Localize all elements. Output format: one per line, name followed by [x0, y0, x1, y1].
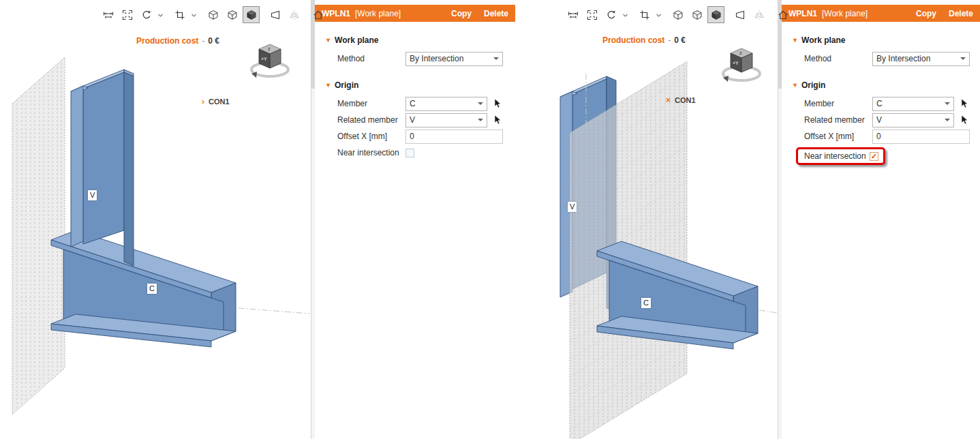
chevron-down-icon[interactable]	[157, 6, 164, 23]
measure-icon[interactable]	[564, 6, 581, 23]
member-label-v: V	[88, 190, 97, 200]
scrollbar[interactable]	[778, 0, 782, 439]
offset-x-label: Offset X [mm]	[337, 132, 405, 141]
chevron-down-icon[interactable]	[622, 6, 629, 23]
collapse-chevron-icon	[793, 80, 797, 90]
near-intersection-checkbox[interactable]	[870, 152, 878, 161]
navigation-cube[interactable]: z +Y	[718, 42, 766, 86]
beam-member	[51, 230, 236, 347]
tree-node-con1[interactable]: › CON1	[202, 97, 230, 106]
member-row: Member C	[804, 95, 980, 112]
production-cost: Production cost-0 €	[136, 36, 219, 46]
cube-top-axis-label: z	[268, 46, 271, 51]
method-label: Method	[337, 54, 405, 63]
member-label: Member	[804, 99, 872, 108]
scrollbar[interactable]	[311, 0, 315, 439]
method-select[interactable]: By Intersection	[872, 52, 970, 66]
member-label-c: C	[641, 298, 651, 308]
chevron-down-icon	[478, 102, 483, 105]
cube-wireframe-icon[interactable]	[204, 6, 221, 23]
pick-member-pointer-icon[interactable]	[493, 99, 502, 108]
copy-button[interactable]: Copy	[916, 9, 936, 18]
perspective-view-icon[interactable]	[731, 6, 748, 23]
cube-wireframe-icon[interactable]	[669, 6, 686, 23]
node-marker-icon[interactable]: ×	[666, 95, 671, 105]
section-origin[interactable]: Origin	[793, 80, 980, 90]
node-label[interactable]: CON1	[209, 97, 230, 106]
near-intersection-checkbox[interactable]	[405, 149, 414, 157]
home-view-icon[interactable]	[774, 6, 791, 23]
pick-related-member-pointer-icon[interactable]	[960, 115, 969, 125]
near-intersection-row: Near intersection	[796, 145, 980, 168]
member-label: Member	[337, 99, 405, 108]
section-work-plane[interactable]: Work plane	[793, 35, 980, 45]
tree-node-con1[interactable]: × CON1	[666, 95, 696, 105]
method-row: Method By Intersection	[337, 50, 515, 67]
production-cost-label: Production cost	[136, 36, 198, 46]
member-label-v: V	[568, 202, 577, 212]
offset-x-row: Offset X [mm] 0	[804, 128, 980, 145]
copy-button[interactable]: Copy	[451, 9, 472, 18]
member-select[interactable]: C	[872, 97, 954, 111]
delete-button[interactable]: Delete	[949, 9, 973, 18]
section-origin[interactable]: Origin	[326, 80, 515, 90]
chevron-down-icon[interactable]	[190, 6, 198, 23]
offset-x-label: Offset X [mm]	[804, 132, 872, 141]
work-plane	[12, 57, 65, 414]
chevron-down-icon	[945, 119, 950, 121]
rotate-view-icon[interactable]	[602, 6, 619, 23]
chevron-down-icon[interactable]	[655, 6, 662, 23]
production-cost-value: 0 €	[674, 35, 686, 45]
home-view-icon[interactable]	[309, 6, 326, 23]
chevron-down-icon	[493, 57, 499, 60]
offset-x-input[interactable]: 0	[872, 130, 970, 144]
method-label: Method	[804, 54, 872, 63]
pick-member-pointer-icon[interactable]	[960, 99, 969, 108]
related-member-row: Related member V	[804, 112, 980, 128]
collapse-chevron-icon	[793, 35, 797, 45]
offset-x-row: Offset X [mm] 0	[337, 128, 515, 145]
related-member-select[interactable]: V	[405, 113, 487, 127]
mirror-view-icon	[750, 6, 767, 23]
member-select[interactable]: C	[405, 97, 487, 111]
view-toolbar	[99, 6, 326, 23]
node-expander-icon[interactable]: ›	[202, 97, 204, 106]
cube-shaded-icon[interactable]	[707, 6, 724, 23]
navigation-cube[interactable]: z +Y	[247, 38, 294, 82]
cube-shaded-icon[interactable]	[243, 6, 260, 23]
perspective-view-icon[interactable]	[266, 6, 284, 23]
section-work-plane[interactable]: Work plane	[326, 35, 515, 45]
offset-x-input[interactable]: 0	[405, 130, 503, 144]
item-type: [Work plane]	[822, 9, 868, 18]
delete-button[interactable]: Delete	[484, 9, 508, 18]
chevron-down-icon	[945, 102, 950, 105]
method-select[interactable]: By Intersection	[405, 52, 503, 66]
cube-top-axis-label: z	[739, 50, 742, 55]
chevron-down-icon	[960, 57, 966, 60]
cube-front-axis-label: +Y	[733, 61, 739, 65]
related-member-select[interactable]: V	[872, 113, 954, 127]
item-code: WPLN1	[788, 9, 817, 18]
3d-viewport-left[interactable]: Production cost-0 € › CON1 V C z +Y	[0, 0, 311, 439]
app-window: Production cost-0 € › CON1 V C z +Y WPLN…	[0, 0, 980, 439]
production-cost: Production cost-0 €	[602, 35, 686, 45]
cube-hidden-lines-icon[interactable]	[688, 6, 705, 23]
fit-view-icon[interactable]	[583, 6, 600, 23]
cube-front-axis-label: +Y	[261, 57, 267, 61]
near-intersection-label: Near intersection	[804, 151, 870, 161]
axis-construction-line	[759, 310, 778, 313]
3d-viewport-right[interactable]: Production cost-0 € × CON1 V C z +Y	[515, 0, 778, 439]
view-toolbar	[564, 6, 791, 23]
chevron-down-icon	[478, 119, 483, 121]
measure-icon[interactable]	[99, 6, 117, 23]
related-member-row: Related member V	[337, 112, 515, 128]
production-cost-label: Production cost	[602, 35, 664, 45]
pick-related-member-pointer-icon[interactable]	[493, 115, 502, 125]
node-label[interactable]: CON1	[675, 96, 696, 104]
section-crop-icon[interactable]	[636, 6, 653, 23]
fit-view-icon[interactable]	[119, 6, 136, 23]
cube-hidden-lines-icon[interactable]	[224, 6, 241, 23]
rotate-view-icon[interactable]	[138, 6, 155, 23]
axis-construction-line	[239, 308, 310, 314]
section-crop-icon[interactable]	[171, 6, 188, 23]
